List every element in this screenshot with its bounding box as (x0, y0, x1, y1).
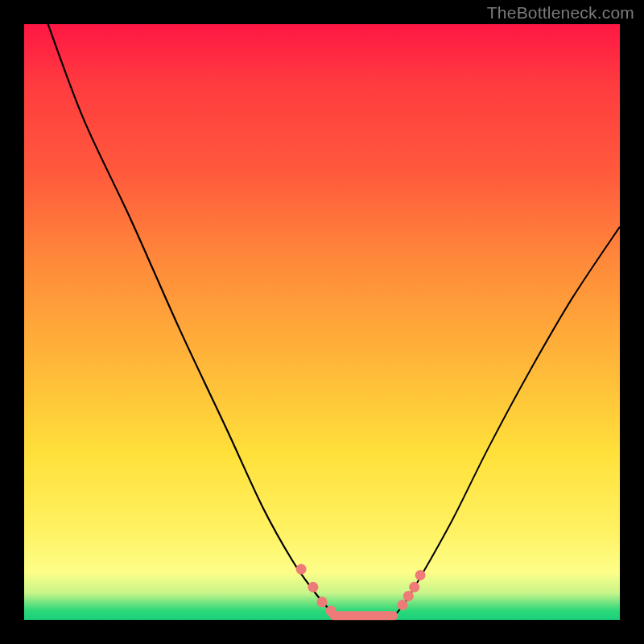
data-marker (409, 582, 419, 592)
curve-layer (48, 24, 620, 617)
data-marker (296, 564, 307, 575)
data-marker (415, 570, 426, 580)
data-marker (326, 605, 336, 616)
data-marker (308, 582, 318, 592)
data-marker (403, 591, 414, 601)
right-curve (394, 227, 620, 617)
marker-layer (296, 564, 426, 617)
plot-svg (24, 24, 620, 620)
left-curve (48, 24, 341, 617)
chart-frame: TheBottleneck.com (0, 0, 644, 644)
plot-area (24, 24, 620, 620)
watermark-text: TheBottleneck.com (487, 3, 634, 23)
data-marker (397, 600, 407, 610)
data-marker (317, 597, 328, 607)
